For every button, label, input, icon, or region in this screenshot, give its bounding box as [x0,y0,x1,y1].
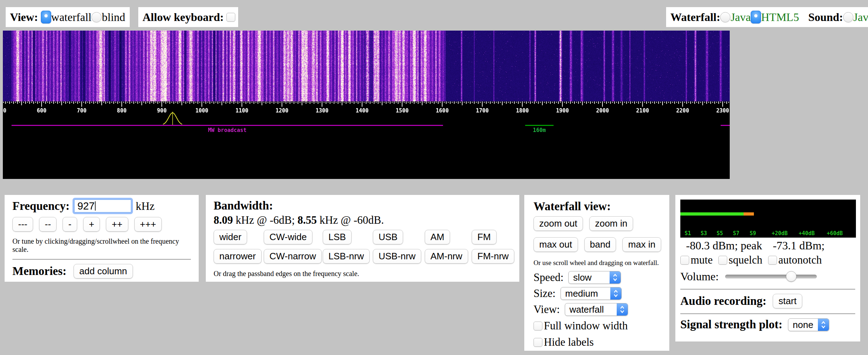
waterfall-range-buttons: max outbandmax in [534,237,660,252]
checkbox-label: autonotch [778,254,822,266]
view-waterfall-radio[interactable] [41,11,51,23]
bandwidth-preset-button[interactable]: FM-nrw [472,249,514,264]
signal-strength-text: -80.3 dBm; peak -73.1 dBm; [680,239,855,252]
autonotch-checkbox[interactable] [768,256,777,265]
frequency-step-button[interactable]: + [83,217,100,232]
audio-recording-title: Audio recording: [680,295,766,308]
checkbox-label: mute [691,254,713,266]
view-mode-box: View: waterfall blind [6,7,130,27]
wf-view-select[interactable]: waterfall [565,303,628,316]
bandwidth-preset-button[interactable]: AM-nrw [425,249,468,264]
waterfall-renderer-label: Waterfall: [670,11,720,24]
checkbox-row: Hide labels [534,336,660,349]
checkbox-row: squelch [718,254,762,266]
checkbox-label: Hide labels [544,336,594,349]
waterfall-html5-label: HTML5 [761,11,799,24]
waterfall-hint: Or use scroll wheel and dragging on wate… [534,259,660,267]
waterfall-java-radio[interactable] [720,12,730,22]
mute-checkbox[interactable] [680,256,689,265]
signal-plot-title: Signal strength plot: [680,318,782,331]
frequency-step-button[interactable]: - [63,217,77,232]
waterfall-view-checkboxes: Full window widthHide labels [534,319,660,349]
bandwidth-buttons-row1: widerCW-wideLSBUSBAMFM [214,230,511,244]
speed-label: Speed: [534,271,563,284]
view-blind-radio[interactable] [91,12,102,22]
size-select[interactable]: medium [561,287,622,300]
size-label: Size: [534,287,556,300]
bandwidth-value: 8.09 kHz @ -6dB; 8.55 kHz @ -60dB. [214,213,511,227]
frequency-unit: kHz [136,200,155,213]
select-stepper-icon [610,287,621,300]
waterfall-zoom-button[interactable]: zoom in [589,216,633,231]
memories-title: Memories: [12,265,66,278]
frequency-title: Frequency: [12,200,70,213]
bandwidth-preset-button[interactable]: LSB-nrw [323,249,370,264]
text-caret [95,201,96,211]
waterfall-range-button[interactable]: band [584,237,616,252]
divider [12,259,191,260]
hide-labels-checkbox[interactable] [534,338,542,347]
frequency-step-button[interactable]: ++ [106,217,128,232]
waterfall-view-panel: Waterfall view: zoom outzoom in max outb… [524,195,669,351]
waterfall-zoom-buttons: zoom outzoom in [534,216,660,231]
checkbox-row: mute [680,254,713,266]
allow-keyboard-label: Allow keyboard: [143,11,226,24]
checkbox-label: squelch [729,254,762,266]
frequency-step-button[interactable]: -- [39,217,57,232]
frequency-value: 927 [77,200,95,212]
volume-slider[interactable] [725,275,817,279]
view-waterfall-label: waterfall [51,11,92,24]
bandwidth-preset-button[interactable]: CW-wide [264,230,312,244]
recording-start-button[interactable]: start [773,294,802,308]
bandwidth-preset-button[interactable]: FM [472,230,497,244]
s-meter [680,200,856,238]
frequency-scale[interactable] [3,101,730,179]
view-blind-label: blind [102,11,125,24]
renderer-box: Waterfall: Java HTML5 Sound: Jav [666,7,868,27]
bandwidth-preset-button[interactable]: wider [214,230,247,244]
volume-label: Volume: [680,270,719,283]
waterfall-java-label: Java [730,11,751,24]
allow-keyboard-checkbox[interactable] [226,13,235,22]
sound-java-label: Jav [853,11,868,24]
squelch-checkbox[interactable] [718,256,727,265]
view-mode-label: View: [10,11,41,24]
frequency-step-button[interactable]: +++ [134,217,162,232]
bandwidth-preset-button[interactable]: CW-narrow [264,249,322,264]
full-window-width-checkbox[interactable] [534,322,542,330]
waterfall-range-button[interactable]: max out [534,237,578,252]
divider [680,289,855,290]
checkbox-row: autonotch [768,254,822,266]
volume-slider-thumb[interactable] [786,271,797,282]
bandwidth-preset-button[interactable]: USB [373,230,403,244]
bandwidth-preset-button[interactable]: LSB [323,230,352,244]
frequency-step-buttons: ------++++++ [12,217,191,232]
sound-renderer-label: Sound: [808,11,843,24]
websdr-page: View: waterfall blind Allow keyboard: Wa… [0,0,868,355]
waterfall-html5-radio[interactable] [751,11,761,23]
select-stepper-icon [617,303,628,316]
tune-hint: Or tune by clicking/dragging/scrollwheel… [12,237,191,254]
sound-java-radio[interactable] [843,12,853,22]
checkbox-row: Full window width [534,319,660,332]
audio-panel: -80.3 dBm; peak -73.1 dBm; mutesquelchau… [675,195,860,341]
frequency-step-button[interactable]: --- [12,217,33,232]
waterfall-display[interactable] [3,31,730,101]
bandwidth-preset-button[interactable]: USB-nrw [373,249,421,264]
waterfall-area [3,31,730,179]
waterfall-range-button[interactable]: max in [622,237,661,252]
frequency-input[interactable]: 927 [74,199,132,213]
divider [680,313,855,314]
add-column-button[interactable]: add column [74,264,133,279]
bandwidth-preset-button[interactable]: AM [425,230,450,244]
waterfall-zoom-button[interactable]: zoom out [534,216,583,231]
passband-hint: Or drag the passband edges on the freque… [214,270,511,278]
signal-plot-select[interactable]: none [788,318,829,331]
speed-select[interactable]: slow [568,271,621,284]
checkbox-label: Full window width [544,319,628,332]
wf-view-label: View: [534,303,560,316]
bandwidth-panel: Bandwidth: 8.09 kHz @ -6dB; 8.55 kHz @ -… [206,195,519,282]
bandwidth-preset-button[interactable]: narrower [214,249,262,264]
frequency-panel: Frequency: 927 kHz ------++++++ Or tune … [5,195,199,282]
audio-checkboxes: mutesquelchautonotch [680,254,855,266]
